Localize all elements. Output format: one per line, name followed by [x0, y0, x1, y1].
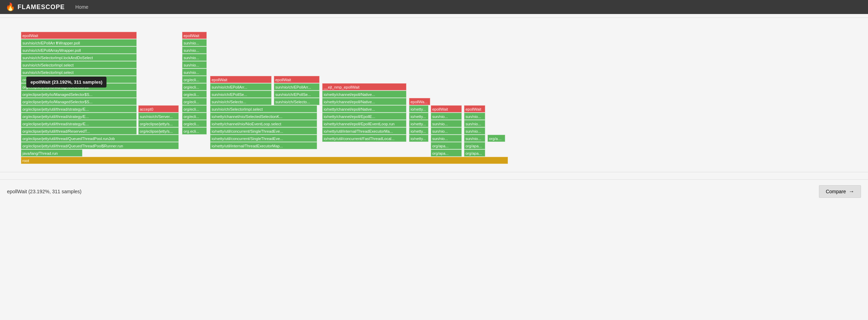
block-epollwait-2[interactable]: epollWait [182, 32, 207, 39]
block-r14-3[interactable]: io/netty/util/concurrent/SingleThreadEve… [210, 127, 317, 134]
block-r13-5[interactable]: io/netty... [409, 120, 428, 127]
block-r9-1[interactable]: org/eclipse/jetty/io/ManagedSelector$S..… [21, 91, 137, 98]
block-r14-6[interactable]: sun/nio... [431, 127, 462, 134]
block-r15-2[interactable]: io/netty/util/concurrent/SingleThreadEve… [210, 135, 317, 142]
block-r11-epoll1[interactable]: epollWait [431, 105, 462, 112]
block-r10-5[interactable]: io/netty/channel/epoll/Native... [322, 98, 406, 105]
footer-divider [0, 172, 868, 172]
block-r9-4[interactable]: sun/nio/ch/EPollSe... [274, 91, 319, 98]
block-r8-3[interactable]: sun/nio/ch/EPollArr... [210, 83, 271, 90]
block-r8-ejt[interactable]: __ejt_nmp_epollWait [322, 83, 406, 90]
compare-button-label: Compare [826, 189, 846, 194]
block-r7-2[interactable]: org/ecli... [182, 76, 207, 83]
flame-icon: 🔥 [6, 2, 15, 12]
block-r10-1[interactable]: org/eclipse/jetty/io/ManagedSelector$S..… [21, 98, 137, 105]
block-r11-5[interactable]: io/netty... [409, 105, 428, 112]
block-r17-2[interactable]: org/apa... [431, 149, 462, 156]
block-r14-2[interactable]: org.ecli... [182, 127, 207, 134]
block-r16-4[interactable]: org/apa... [464, 142, 485, 149]
block-r12-7[interactable]: sun/nio... [464, 113, 485, 120]
block-r16-2[interactable]: io/netty/util/internal/ThreadExecutorMap… [210, 142, 317, 149]
header: 🔥 FLAMESCOPE Home [0, 0, 868, 14]
block-r8-4[interactable]: sun/nio/ch/EPollArr... [274, 83, 319, 90]
block-r12-4[interactable]: io/netty/channel/epoll/EpollE... [322, 113, 406, 120]
block-r3-1[interactable]: sun/nio/ch/EPollArrayWrapper.poll [21, 47, 137, 54]
block-r15-4[interactable]: io/netty... [409, 135, 428, 142]
block-r15-6[interactable]: sun/nio... [464, 135, 485, 142]
block-r13-4[interactable]: io/netty/channel/epoll/EpollEventLoop.ru… [322, 120, 406, 127]
flamegraph-row-7: org/eclipse/jetty/io/ManagedSelector.ni.… [7, 76, 861, 83]
flamegraph-row-4: sun/nio/ch/SelectorImpl.lockAndDoSelect … [7, 54, 861, 61]
block-r11-3[interactable]: sun/nio/ch/SelectorImpl.select [210, 105, 317, 112]
block-r15-5[interactable]: sun/nio... [431, 135, 462, 142]
block-r13-7[interactable]: sun/nio... [464, 120, 485, 127]
block-r3-2[interactable]: sun/nio... [182, 47, 207, 54]
block-r9-3[interactable]: sun/nio/ch/EPollSe... [210, 91, 271, 98]
block-r10-4[interactable]: sun/nio/ch/Selecto... [274, 98, 319, 105]
block-r12-3[interactable]: io/netty/channel/nio/SelectedSelectionK.… [210, 113, 317, 120]
block-root[interactable]: root [21, 157, 508, 164]
block-r7-1[interactable]: org/eclipse/jetty/io/ManagedSelector.ni.… [21, 76, 137, 83]
block-r4-2[interactable]: sun/nio... [182, 54, 207, 61]
block-r12-server[interactable]: sun/nio/ch/Server... [138, 113, 179, 120]
flamegraph-row-6: sun/nio/ch/SelectorImpl.select sun/nio..… [7, 69, 861, 76]
block-r13-3[interactable]: io/netty/channel/nio/NioEventLoop.select [210, 120, 317, 127]
flamegraph-row-14: org/eclipse/jetty/util/thread/ReservedT.… [7, 127, 861, 134]
block-r12-5[interactable]: io/netty... [409, 113, 428, 120]
block-r14-4[interactable]: io/netty/util/internal/ThreadExecutorMa.… [322, 127, 406, 134]
compare-button[interactable]: Compare → [819, 185, 861, 198]
block-r11-epoll2[interactable]: epollWait [464, 105, 485, 112]
block-r6-1[interactable]: sun/nio/ch/SelectorImpl.select [21, 69, 137, 76]
block-r13-6[interactable]: sun/nio... [431, 120, 462, 127]
block-r8-1[interactable]: org/eclipse/jetty/io/ManagedSelectorss: [21, 83, 137, 90]
compare-arrow-icon: → [849, 188, 854, 195]
block-r9-5[interactable]: io/netty/channel/epoll/Native... [322, 91, 406, 98]
block-r10-2[interactable]: org/ecli... [182, 98, 207, 105]
nav-home[interactable]: Home [75, 4, 88, 10]
flamegraph-row-3: sun/nio/ch/EPollArrayWrapper.poll sun/ni… [7, 47, 861, 54]
block-r5-1[interactable]: sun/nio/ch/SelectorImpl.select [21, 61, 137, 68]
block-r13-1[interactable]: org/eclipse/jetty/util/thread/strategy/E… [21, 120, 137, 127]
block-r7-epoll2[interactable]: epollWait [274, 76, 319, 83]
block-r15-7[interactable]: org/apa... [488, 135, 505, 142]
block-r15-3[interactable]: io/netty/util/concurrent/FastThreadLocal… [322, 135, 406, 142]
block-r17-1[interactable]: java/lang/Thread.run [21, 149, 82, 156]
block-r5-2[interactable]: sun/nio... [182, 61, 207, 68]
block-r12-6[interactable]: sun/nio... [431, 113, 462, 120]
block-r7-epoll1[interactable]: epollWait [210, 76, 271, 83]
footer: epollWait (23.192%, 311 samples) Compare… [0, 179, 868, 203]
logo: 🔥 FLAMESCOPE [6, 2, 65, 12]
block-r11-4[interactable]: io/netty/channel/epoll/Native... [322, 105, 406, 112]
block-r11-accept0[interactable]: accept0 [138, 105, 179, 112]
flamegraph-row-16: org/eclipse/jetty/util/thread/QueuedThre… [7, 142, 861, 149]
block-r13-2[interactable]: org/ecli... [182, 120, 207, 127]
block-r16-1[interactable]: org/eclipse/jetty/util/thread/QueuedThre… [21, 142, 179, 149]
block-r4-1[interactable]: sun/nio/ch/SelectorImpl.lockAndDoSelect [21, 54, 137, 61]
block-r12-1[interactable]: org/eclipse/jetty/util/thread/strategy/E… [21, 113, 137, 120]
block-r6-2[interactable]: sun/nio... [182, 69, 207, 76]
block-r14-j[interactable]: org/eclipse/jetty/s... [138, 127, 179, 134]
block-r14-5[interactable]: io/netty... [409, 127, 428, 134]
flamegraph-row-1: epollWait epollWait [7, 32, 861, 39]
block-r11-1[interactable]: org/eclipse/jetty/util/thread/strategy/E… [21, 105, 137, 112]
flamegraph-row-17: java/lang/Thread.run org/apa... org/apa.… [7, 149, 861, 156]
block-r12-2[interactable]: org/ecli... [182, 113, 207, 120]
block-r13-jserver[interactable]: org/eclipse/jetty/s... [138, 120, 179, 127]
block-r14-1[interactable]: org/eclipse/jetty/util/thread/ReservedT.… [21, 127, 137, 134]
block-r9-2[interactable]: org/ecli... [182, 91, 207, 98]
block-r2-2[interactable]: sun/nio... [182, 39, 207, 46]
block-r17-3[interactable]: org/apa... [464, 149, 485, 156]
block-r15-1[interactable]: org/eclipse/jetty/util/thread/QueuedThre… [21, 135, 179, 142]
block-epollwait-1[interactable]: epollWait [21, 32, 137, 39]
block-r10-epoll[interactable]: epollWa... [409, 98, 430, 105]
flamegraph-row-13: org/eclipse/jetty/util/thread/strategy/E… [7, 120, 861, 127]
block-r14-7[interactable]: sun/nio... [464, 127, 485, 134]
flamegraph-row-2: sun/nio/ch/EPollArr⬆Wrapper.poll sun/nio… [7, 39, 861, 46]
block-r2-1[interactable]: sun/nio/ch/EPollArr⬆Wrapper.poll [21, 39, 137, 46]
flamegraph-inner: epollWait (23.192%, 311 samples) epollWa… [7, 32, 861, 165]
block-r8-2[interactable]: org/ecli... [182, 83, 207, 90]
block-r11-2[interactable]: org/ecli... [182, 105, 207, 112]
block-r16-3[interactable]: org/apa... [431, 142, 462, 149]
block-r10-3[interactable]: sun/nio/ch/Selecto... [210, 98, 271, 105]
footer-status-text: epollWait (23.192%, 311 samples) [7, 189, 82, 194]
